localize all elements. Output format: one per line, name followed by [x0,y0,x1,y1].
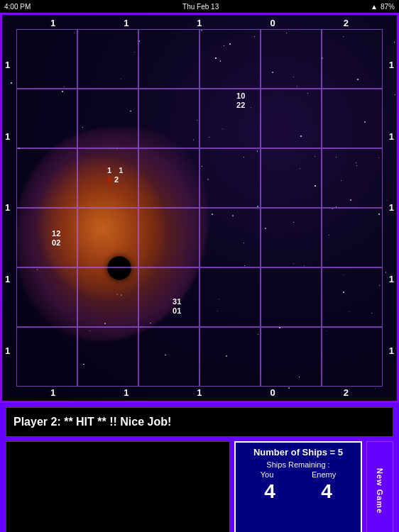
grid-cell-34[interactable] [261,327,322,387]
grid-cell-35[interactable] [322,327,383,387]
grid-cell-27[interactable] [200,267,261,327]
battery: 87% [381,3,395,11]
enemy-label: Enemy [312,470,336,479]
grid-cell-7[interactable] [77,89,138,148]
grid-cell-23[interactable] [322,208,383,267]
grid-cell-10[interactable] [261,89,322,148]
grid-cell-3[interactable] [200,29,261,89]
marker-r1c4: 1 0 2 2 [236,92,245,110]
grid-cell-5[interactable] [322,29,383,89]
grid-cell-25[interactable] [77,267,138,327]
row-numbers-right: 1 1 1 1 1 [389,29,394,387]
grid-cell-24[interactable] [16,267,77,327]
grid-cell-6[interactable] [16,89,77,148]
grid-cell-32[interactable] [138,327,200,387]
grid-cell-11[interactable] [322,89,383,148]
grid-cell-29[interactable] [322,267,383,327]
time: 4:00 PM [4,3,31,11]
ship-counts: 4 4 [241,480,355,503]
grid-cell-22[interactable] [261,208,322,267]
new-game-label: New Game [376,468,384,514]
grid-cell-31[interactable] [77,327,138,387]
row-numbers-left: 1 1 1 1 1 [5,29,10,387]
new-game-button[interactable]: New Game [366,441,393,532]
marker-r3c1: 1 2 0 2 [52,229,60,248]
grid-lines[interactable] [16,29,383,387]
grid-cell-8[interactable] [138,89,200,148]
grid-cell-2[interactable] [138,29,200,89]
lower-row: Number of Ships = 5 Ships Remaining : Yo… [6,441,393,532]
input-area[interactable] [6,441,230,532]
grid-cell-0[interactable] [16,29,77,89]
grid-cell-9[interactable] [200,89,261,148]
date: Thu Feb 13 [182,3,219,11]
grid-cell-19[interactable] [77,208,138,267]
col-numbers-bottom: 1 1 1 0 2 [16,387,383,398]
grid-overlay: 1 1 1 0 2 1 1 1 0 2 1 1 1 1 1 1 1 1 1 [2,15,397,401]
enemy-count: 4 [321,480,332,503]
grid-cell-30[interactable] [16,327,77,387]
status-bar: 4:00 PM Thu Feb 13 ▲ 87% [0,0,399,13]
you-count: 4 [264,480,275,503]
ships-info-panel: Number of Ships = 5 Ships Remaining : Yo… [234,441,362,532]
grid-cell-28[interactable] [261,267,322,327]
marker-r2c2: 1 1 ┼ 2 [107,166,130,184]
col-numbers-top: 1 1 1 0 2 [16,18,383,28]
grid-cell-1[interactable] [77,29,138,89]
grid-cell-4[interactable] [261,29,322,89]
grid-cell-18[interactable] [16,208,77,267]
marker-r4c3: 3 1 0 1 [173,297,181,316]
red-cross-r2: ┼ [106,175,112,187]
grid-cell-33[interactable] [200,327,261,387]
you-enemy-labels: You Enemy [241,470,355,479]
you-label: You [261,470,274,479]
wifi-icon: ▲ [371,3,378,11]
grid-cell-14[interactable] [138,148,200,208]
grid-cell-12[interactable] [16,148,77,208]
message-box: Player 2: ** HIT ** !! Nice Job! [6,407,393,437]
ships-count-title: Number of Ships = 5 [253,447,343,458]
grid-cell-16[interactable] [261,148,322,208]
bottom-ui: Player 2: ** HIT ** !! Nice Job! Number … [0,403,399,532]
ships-remaining-label: Ships Remaining : [266,460,329,469]
grid-cell-21[interactable] [200,208,261,267]
grid-cell-26[interactable] [138,267,200,327]
game-board: 1 1 1 0 2 1 1 1 0 2 1 1 1 1 1 1 1 1 1 [0,13,399,403]
grid-cell-17[interactable] [322,148,383,208]
grid-cell-15[interactable] [200,148,261,208]
grid-cell-20[interactable] [138,208,200,267]
message-text: Player 2: ** HIT ** !! Nice Job! [13,416,171,428]
